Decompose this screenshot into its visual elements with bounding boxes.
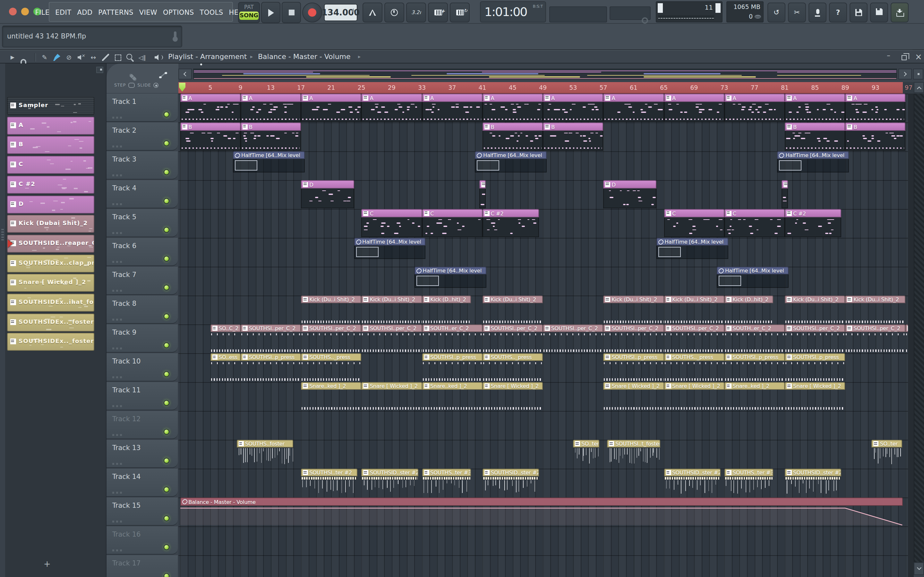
playlist-clip[interactable]: HalfTime [64..Mix level — [415, 267, 486, 295]
playlist-clip[interactable]: SOUTHSI..per_C_2 — [845, 325, 905, 353]
stop-button[interactable] — [282, 2, 301, 23]
vertical-scrollbar[interactable] — [914, 93, 924, 562]
playlist-clip[interactable]: Kick (Du..i Shit)_2 — [362, 296, 422, 324]
draw-tool[interactable]: ✎ — [40, 53, 49, 62]
playlist-clip[interactable]: SOUTHSI..p_press — [241, 354, 301, 382]
playlist-subtitle[interactable]: Balance - Master - Volume — [258, 53, 351, 61]
rail-grip[interactable] — [1, 229, 4, 240]
playlist-clip[interactable]: A — [724, 94, 785, 122]
track-options-dots[interactable] — [112, 116, 123, 118]
playlist-titlebar[interactable]: ▶ ✎ ⊘ ↔ ◁∥ Playlist - Arrangement ▸ Bala… — [0, 50, 924, 63]
track-options-dots[interactable] — [112, 261, 123, 263]
playlist-clip[interactable]: SOUTHSI..per_C_2 — [785, 325, 845, 353]
window-minimize[interactable]: – — [887, 51, 890, 60]
playlist-clip[interactable]: Kick (Du..i Shit)_2 — [845, 296, 905, 324]
slice-tool[interactable] — [101, 53, 110, 62]
audio-preview-icon[interactable] — [129, 73, 139, 78]
track-header-3[interactable]: Track 3 — [107, 151, 178, 179]
playlist-clip[interactable]: C — [724, 210, 785, 237]
playlist-clip[interactable]: A — [845, 94, 905, 122]
pattern-item-13[interactable]: SOUTHSIDEx.._foster #3 — [7, 333, 94, 351]
pattern-item-7[interactable]: Kick (Dubai Shit)_2 — [7, 215, 94, 233]
playlist-clip[interactable]: SOUTHSI..ter #2 — [301, 469, 358, 497]
mute-tool[interactable] — [76, 53, 86, 62]
window-maximize[interactable] — [901, 55, 907, 60]
zoom-tool[interactable] — [125, 53, 135, 62]
playlist-title[interactable]: Playlist - Arrangement — [168, 53, 247, 61]
scroll-up-button[interactable] — [914, 82, 924, 93]
track-enable-led[interactable] — [164, 284, 170, 290]
playlist-clip[interactable]: A — [301, 94, 361, 122]
playlist-clip[interactable]: A — [180, 94, 240, 122]
playlist-clip[interactable]: SOUTHSI..t_foster — [607, 440, 660, 468]
pattern-item-12[interactable]: SOUTHSIDEx.._foster #2 — [7, 313, 94, 331]
save-new-version-button[interactable] — [870, 3, 888, 23]
playlist-clip[interactable]: C — [664, 210, 724, 237]
playlist-clip[interactable] — [906, 325, 908, 353]
pat-mode-label[interactable]: PAT — [239, 3, 259, 10]
slice-tool-button[interactable]: ✂ — [788, 3, 806, 23]
delete-tool[interactable]: ⊘ — [64, 53, 74, 62]
playlist-clip[interactable]: B — [785, 123, 845, 151]
track-options-dots[interactable] — [112, 232, 123, 234]
track-options-dots[interactable] — [112, 520, 123, 522]
pattern-item-4[interactable]: C — [7, 156, 94, 174]
playlist-clip[interactable]: B — [241, 123, 301, 151]
playlist-clip[interactable]: HalfTime [64..Mix level — [717, 267, 788, 295]
pattern-item-5[interactable]: C #2 — [7, 176, 94, 193]
track-header-6[interactable]: Track 6 — [107, 237, 178, 266]
menu-edit[interactable]: EDIT — [55, 8, 71, 16]
playlist-clip[interactable]: SOUTHSI..per_C_2 — [362, 325, 422, 353]
playlist-clip[interactable]: B — [543, 123, 603, 151]
track-options-dots[interactable] — [112, 434, 123, 436]
playlist-clip[interactable]: A — [604, 94, 664, 122]
playlist-clip[interactable]: SOUTHS..ter #3 — [724, 469, 774, 497]
playlist-clip[interactable]: SO..ter — [872, 440, 902, 468]
playlist-clip[interactable]: SOUTH..er_C_2 — [724, 325, 785, 353]
playlist-clip[interactable]: SOUTHSID..ster #2 — [785, 469, 842, 497]
playlist-clip[interactable]: Snare [ Wicked ]_2 — [362, 382, 422, 410]
play-button[interactable] — [261, 2, 280, 23]
playlist-clip[interactable]: Snare [ Wicked ]_2 — [785, 382, 845, 410]
track-options-dots[interactable] — [112, 376, 123, 378]
project-title-field[interactable]: untitled 43 142 BPM.flp — [2, 26, 182, 47]
playlist-clip[interactable]: SOUTHS.._press — [483, 354, 543, 382]
track-header-9[interactable]: Track 9 — [107, 324, 178, 352]
playlist-clip[interactable]: A — [483, 94, 543, 122]
track-header-7[interactable]: Track 7 — [107, 266, 178, 295]
playlist-clip[interactable]: SO..ess — [210, 354, 240, 382]
playlist-clip[interactable]: SOUTHSI..p_press — [422, 354, 482, 382]
playlist-clip[interactable]: C — [362, 210, 422, 237]
playlist-clip[interactable]: A — [241, 94, 301, 122]
playlist-clip[interactable]: SOUTHS..foster — [237, 440, 294, 468]
pattern-item-1[interactable]: Sampler — [7, 97, 94, 115]
menu-view[interactable]: VIEW — [139, 8, 157, 16]
export-button[interactable] — [891, 3, 909, 23]
track-options-dots[interactable] — [112, 492, 123, 493]
track-header-14[interactable]: Track 14 — [107, 468, 178, 496]
playlist-clip[interactable]: A — [664, 94, 724, 122]
menu-patterns[interactable]: PATTERNS — [98, 8, 133, 16]
playlist-clip[interactable]: Kick (D..hit)_2 — [724, 296, 774, 324]
pat-song-toggle[interactable]: PAT SONG — [238, 2, 260, 23]
playlist-clip[interactable]: Kick (Du..i Shit)_2 — [785, 296, 845, 324]
playlist-clip[interactable]: SOUTHSID..ster #2 — [362, 469, 418, 497]
song-mode-label[interactable]: SONG — [239, 11, 258, 20]
playlist-clip[interactable]: SOUTHS.._press — [301, 354, 361, 382]
playlist-clip[interactable]: SO..C_2 — [210, 325, 240, 353]
menu-options[interactable]: OPTIONS — [163, 8, 194, 16]
playlist-clip[interactable]: SOUTHS..ter #3 — [422, 469, 471, 497]
scroll-down-button[interactable] — [914, 562, 924, 575]
pattern-item-9[interactable]: SOUTHSIDEx..clap_press — [7, 254, 94, 272]
playlist-clip[interactable]: SOUTHSI..per_C_2 — [483, 325, 543, 353]
track-enable-led[interactable] — [164, 227, 170, 232]
track-header-13[interactable]: Track 13 — [107, 440, 178, 468]
pattern-item-3[interactable]: B — [7, 136, 94, 154]
time-display[interactable]: 1:01:00 B:S:T — [480, 1, 546, 23]
playlist-clip[interactable]: Kick (Du..i Shit)_2 — [301, 296, 361, 324]
help-button[interactable]: ? — [829, 3, 847, 23]
track-options-dots[interactable] — [112, 318, 123, 320]
slide-radio[interactable] — [153, 83, 159, 88]
track-enable-led[interactable] — [164, 429, 170, 434]
track-enable-led[interactable] — [164, 140, 170, 146]
